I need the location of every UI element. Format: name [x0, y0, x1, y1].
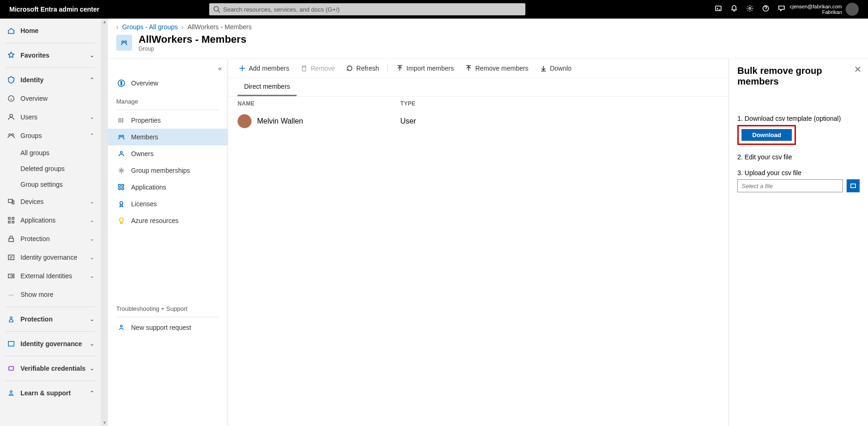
remove-button: Remove	[296, 62, 339, 75]
file-select-input[interactable]	[737, 179, 843, 192]
chevron-down-icon: ⌄	[90, 114, 94, 120]
owners-icon	[116, 150, 126, 157]
scroll-gutter[interactable]: ▲ ▼	[101, 19, 108, 426]
svg-line-1	[218, 11, 220, 13]
menu-applications[interactable]: Applications	[108, 179, 227, 196]
notifications-icon[interactable]	[730, 5, 738, 14]
svg-rect-26	[121, 81, 122, 82]
apps-icon	[7, 216, 16, 224]
menu-owners[interactable]: Owners	[108, 145, 227, 162]
nav-groups[interactable]: Groups ⌃	[0, 126, 101, 145]
import-members-button[interactable]: Import members	[391, 62, 458, 75]
menu-members-label: Members	[131, 133, 158, 141]
chevron-up-icon: ⌃	[90, 132, 94, 139]
nav-protection-label: Protection	[20, 235, 50, 242]
scroll-up-arrow[interactable]: ▲	[102, 19, 108, 25]
nav-protection-main-label: Protection	[20, 315, 53, 323]
nav-protection-main[interactable]: Protection ⌄	[0, 310, 101, 328]
nav-external-identities-label: External Identities	[20, 272, 72, 280]
menu-members[interactable]: Members	[108, 129, 227, 145]
nav-all-groups[interactable]: All groups	[0, 145, 101, 161]
help-icon[interactable]	[762, 5, 769, 14]
svg-rect-37	[851, 184, 855, 188]
nav-identity[interactable]: Identity ⌃	[0, 71, 101, 89]
scroll-down-arrow[interactable]: ▼	[102, 419, 108, 426]
identity-icon	[7, 76, 16, 84]
devices-icon	[7, 198, 16, 205]
svg-point-30	[120, 170, 122, 171]
nav-identity-overview[interactable]: Overview	[0, 89, 101, 108]
user-icon	[7, 113, 16, 121]
refresh-button[interactable]: Refresh	[341, 62, 384, 75]
remove-members-button[interactable]: Remove members	[460, 62, 533, 75]
tab-direct-members[interactable]: Direct members	[238, 78, 297, 96]
star-icon	[7, 52, 16, 59]
svg-point-7	[9, 134, 11, 136]
nav-deleted-groups[interactable]: Deleted groups	[0, 161, 101, 177]
nav-group-settings[interactable]: Group settings	[0, 177, 101, 192]
menu-properties[interactable]: Properties	[108, 112, 227, 129]
nav-learn-support[interactable]: Learn & support ⌃	[0, 384, 101, 402]
nav-favorites[interactable]: Favorites ⌄	[0, 46, 101, 65]
members-icon	[116, 133, 126, 141]
verifiable-icon	[7, 365, 16, 372]
nav-protection[interactable]: Protection ⌄	[0, 229, 101, 248]
nav-users[interactable]: Users ⌄	[0, 108, 101, 126]
menu-properties-label: Properties	[131, 117, 161, 124]
col-name-header: NAME	[238, 100, 400, 107]
group-icon	[116, 35, 132, 51]
manage-section-label: Manage	[108, 92, 227, 108]
cloud-shell-icon[interactable]	[715, 5, 722, 14]
download-template-button[interactable]: Download	[742, 129, 792, 141]
account-menu[interactable]: cjensen@fabrikan.com Fabrikan	[790, 3, 859, 16]
browse-file-button[interactable]	[847, 179, 860, 192]
collapse-menu-button[interactable]: «	[108, 65, 227, 75]
toolbar: Add members Remove Refresh Import member…	[228, 59, 729, 78]
svg-rect-20	[9, 367, 13, 370]
breadcrumb-current: AllWorkers - Members	[187, 23, 252, 31]
table-row[interactable]: Melvin Wallen User	[228, 111, 729, 132]
chevron-down-icon: ⌄	[90, 273, 94, 279]
nav-home[interactable]: Home	[0, 21, 101, 40]
menu-overview[interactable]: Overview	[108, 75, 227, 92]
add-members-button[interactable]: Add members	[234, 62, 294, 75]
feedback-icon[interactable]	[778, 5, 785, 14]
svg-point-28	[122, 135, 124, 137]
member-avatar	[238, 114, 252, 128]
bulb-icon	[116, 217, 126, 224]
col-type-header: TYPE	[400, 100, 416, 107]
chevron-down-icon: ⌄	[90, 365, 94, 372]
svg-rect-10	[12, 201, 14, 204]
breadcrumb: › Groups - All groups › AllWorkers - Mem…	[108, 19, 868, 31]
support-icon	[116, 324, 126, 331]
resource-menu: « Overview Manage Properties Members	[108, 59, 228, 426]
close-panel-button[interactable]	[854, 66, 861, 74]
svg-rect-25	[121, 83, 122, 85]
menu-licenses[interactable]: Licenses	[108, 196, 227, 212]
menu-new-support-request[interactable]: New support request	[108, 319, 227, 336]
add-members-label: Add members	[249, 65, 289, 72]
download-members-button[interactable]: Downlo	[535, 62, 576, 75]
nav-identity-label: Identity	[20, 76, 44, 84]
menu-applications-label: Applications	[131, 184, 166, 191]
menu-azure-resources[interactable]: Azure resources	[108, 212, 227, 229]
nav-applications[interactable]: Applications ⌄	[0, 211, 101, 229]
nav-identity-governance[interactable]: Identity governance ⌄	[0, 248, 101, 267]
chevron-down-icon: ⌄	[90, 341, 94, 347]
nav-external-identities[interactable]: External Identities ⌄	[0, 267, 101, 285]
search-placeholder: Search resources, services, and docs (G+…	[223, 6, 339, 13]
nav-identity-governance-label: Identity governance	[20, 254, 77, 261]
step2-label: 2. Edit your csv file	[737, 153, 860, 161]
global-search[interactable]: Search resources, services, and docs (G+…	[209, 3, 525, 15]
menu-group-memberships[interactable]: Group memberships	[108, 162, 227, 179]
nav-devices[interactable]: Devices ⌄	[0, 192, 101, 211]
nav-idgov-main[interactable]: Identity governance ⌄	[0, 334, 101, 353]
svg-point-29	[120, 151, 122, 153]
nav-learn-support-label: Learn & support	[20, 389, 71, 397]
settings-icon[interactable]	[746, 5, 754, 14]
breadcrumb-groups[interactable]: Groups - All groups	[122, 23, 178, 31]
account-tenant: Fabrikan	[790, 9, 842, 15]
groups-icon	[7, 132, 16, 139]
nav-show-more[interactable]: ··· Show more	[0, 285, 101, 304]
nav-verifiable-credentials[interactable]: Verifiable credentials ⌄	[0, 359, 101, 378]
